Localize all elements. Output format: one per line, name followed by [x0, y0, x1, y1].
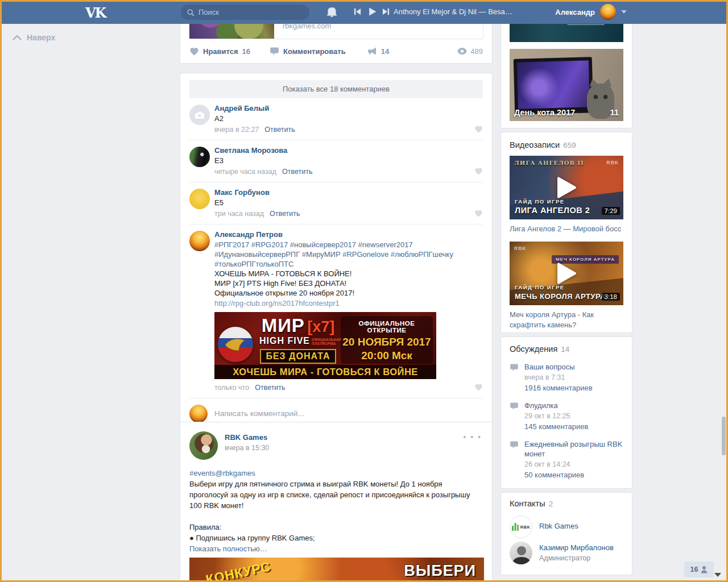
contact-avatar	[510, 542, 532, 564]
user-menu[interactable]: Александр	[555, 4, 627, 20]
show-more-link[interactable]: Показать полностью…	[189, 543, 267, 554]
banner-opening-date: 20 НОЯБРЯ 2017	[341, 336, 433, 348]
vk-page: VK Anthony El Mejor & Dj Nil — Besame ..…	[0, 0, 728, 582]
video-thumbnail[interactable]: RBK МЕЧ КОРОЛЯ АРТУРА ГАЙД ПО ИГРЕ МЕЧЬ …	[510, 242, 623, 305]
banner-word-contest: КОНКУРС	[204, 559, 272, 582]
eye-icon	[457, 48, 467, 55]
post-rule-item: ● Подпишись на группу RBK Games;	[189, 533, 483, 543]
contact-name[interactable]: Rbk Games	[539, 516, 623, 530]
comment-like-icon[interactable]	[474, 167, 483, 175]
discussion-title[interactable]: Ваши вопросы	[524, 362, 623, 372]
scroll-down-caret[interactable]	[714, 573, 721, 577]
discussion-bubble-icon	[510, 402, 519, 410]
contacts-header[interactable]: Контакты2	[510, 499, 623, 508]
discussion-comments-count[interactable]: 145 комментариев	[524, 422, 623, 431]
scrollbar-thumb[interactable]	[722, 417, 726, 455]
contact-name[interactable]: Казимир Мирбалонов	[539, 542, 623, 552]
photo-cat-day[interactable]: День кота 2017 11	[510, 49, 623, 121]
comment-input[interactable]: Написать комментарий...	[214, 405, 483, 423]
comment-row: Макс Горбунов Е5 три часа назадОтветить	[189, 182, 483, 224]
photo-like-count: 11	[610, 107, 619, 117]
comment-bubble-icon	[270, 47, 279, 56]
discussion-comments-count[interactable]: 50 комментариев	[524, 471, 623, 479]
play-icon	[557, 263, 576, 284]
comment-author[interactable]: Андрей Белый	[214, 104, 269, 113]
search-box[interactable]	[181, 5, 309, 20]
discussion-comments-count[interactable]: 1916 комментариев	[524, 384, 623, 392]
player-prev-button[interactable]	[353, 7, 362, 16]
comment-url-link[interactable]: http://rpg-club.org/ns2017hfcontestpr1	[214, 298, 340, 308]
megaphone-icon	[367, 47, 377, 56]
comment-row: Александр Петров #РПГ2017 #RPG2017 #новы…	[189, 224, 483, 398]
show-all-comments-button[interactable]: Показать все 18 комментариев	[189, 80, 483, 98]
video-thumbnail[interactable]: ЛИГА АНГЕЛОВ II RBK ГАЙД ПО ИГРЕ ЛИГА АН…	[510, 156, 623, 219]
like-button[interactable]: Нравится 16	[189, 47, 250, 56]
player-next-button[interactable]	[382, 7, 390, 16]
photo-title: День кота 2017	[514, 108, 575, 117]
video-title-link[interactable]: Лига Ангелов 2 — Мировой босс	[510, 224, 623, 234]
contact-role: Администратор	[539, 554, 623, 562]
contact-item[interactable]: RBK Rbk Games	[510, 516, 623, 538]
share-button[interactable]: 14	[367, 47, 389, 56]
comment-text-line: МИР [x7] PTS High Five! БЕЗ ДОНАТА!	[214, 278, 483, 288]
comment-like-icon[interactable]	[474, 383, 483, 391]
video-title-link[interactable]: Меч короля Артура - Как скрафтить камень…	[510, 310, 623, 330]
online-friends-badge[interactable]: 16	[684, 562, 714, 577]
equalizer-bars-icon	[512, 522, 519, 531]
videos-header[interactable]: Видеозаписи659	[510, 140, 623, 149]
play-icon	[557, 177, 576, 198]
watermark: RBK	[514, 246, 526, 251]
banner-left-block: МИР [x7] HIGH FIVEОФИЦИАЛЬНАЯ ПЛАТФОРМА …	[258, 317, 338, 364]
discussion-title[interactable]: Флудилка	[524, 401, 623, 410]
comment-like-icon[interactable]	[474, 125, 483, 133]
comment-author[interactable]: Александр Петров	[214, 230, 283, 239]
hashtag-link[interactable]: #events@rbkgames	[189, 469, 255, 477]
video-duration: 7:29	[602, 207, 620, 215]
heart-icon	[189, 47, 199, 56]
back-to-top-link[interactable]: Наверх	[13, 33, 55, 42]
comment-meta: три часа назадОтветить	[214, 209, 483, 219]
banner-no-donate: БЕЗ ДОНАТА	[260, 349, 336, 364]
comment-author[interactable]: Макс Горбунов	[214, 188, 270, 197]
comment-time: вчера в 22:27	[214, 126, 259, 134]
comment-author[interactable]: Светлана Морозова	[214, 146, 287, 155]
rbk-games-logo: RBK	[510, 516, 532, 538]
default-avatar-camera-icon[interactable]	[189, 105, 210, 125]
post-text: #events@rbkgames Выбери игру для пятничн…	[189, 468, 483, 554]
comments-block: Показать все 18 комментариев Андрей Белы…	[180, 73, 493, 432]
reply-link[interactable]: Ответить	[270, 210, 300, 218]
search-input[interactable]	[198, 8, 304, 16]
post-time[interactable]: вчера в 15:30	[225, 444, 269, 452]
comment-like-icon[interactable]	[474, 209, 483, 217]
reply-link[interactable]: Ответить	[282, 168, 312, 176]
vk-logo[interactable]: VK	[85, 5, 105, 21]
view-counter: 489	[457, 47, 483, 56]
watermark: RBK	[607, 160, 619, 165]
contact-item[interactable]: Казимир Мирбалонов Администратор	[510, 542, 623, 564]
banner-platform: ОФИЦИАЛЬНАЯ ПЛАТФОРМА	[312, 338, 337, 346]
notifications-bell-icon[interactable]	[326, 6, 337, 18]
mir-x7-banner-image[interactable]: МИР [x7] HIGH FIVEОФИЦИАЛЬНАЯ ПЛАТФОРМА …	[214, 312, 436, 379]
now-playing-track[interactable]: Anthony El Mejor & Dj Nil — Besame ...	[394, 7, 514, 16]
avatar[interactable]	[189, 231, 210, 251]
reply-link[interactable]: Ответить	[255, 384, 285, 392]
contest-banner-image[interactable]: КОНКУРС ВЫБЕРИ ИГРУ	[189, 558, 484, 582]
reply-link[interactable]: Ответить	[264, 126, 295, 134]
like-count: 16	[242, 47, 250, 56]
comment-hashtags[interactable]: #РПГ2017 #RPG2017 #новыйсервер2017 #news…	[214, 240, 483, 269]
avatar[interactable]	[189, 189, 210, 209]
discussion-title[interactable]: Ежедневный розыгрыш RBK монет	[524, 439, 623, 459]
post-rules-label: Правила:	[189, 522, 483, 533]
post-author[interactable]: RBK Games	[225, 433, 267, 442]
discussions-header[interactable]: Обсуждения14	[510, 344, 623, 354]
avatar[interactable]	[189, 147, 210, 167]
avatar	[189, 405, 208, 423]
discussion-item[interactable]: Флудилка 29 окт в 12:25 145 комментариев	[510, 401, 623, 431]
comment-button[interactable]: Комментировать	[270, 47, 346, 56]
discussion-time: вчера в 7:31	[524, 373, 623, 381]
group-avatar[interactable]	[189, 431, 218, 460]
player-play-button[interactable]	[367, 7, 377, 16]
post-menu-icon[interactable]: • • •	[464, 433, 482, 442]
discussion-item[interactable]: Ежедневный розыгрыш RBK монет 26 окт в 1…	[510, 439, 623, 479]
discussion-item[interactable]: Ваши вопросы вчера в 7:31 1916 комментар…	[510, 362, 623, 392]
